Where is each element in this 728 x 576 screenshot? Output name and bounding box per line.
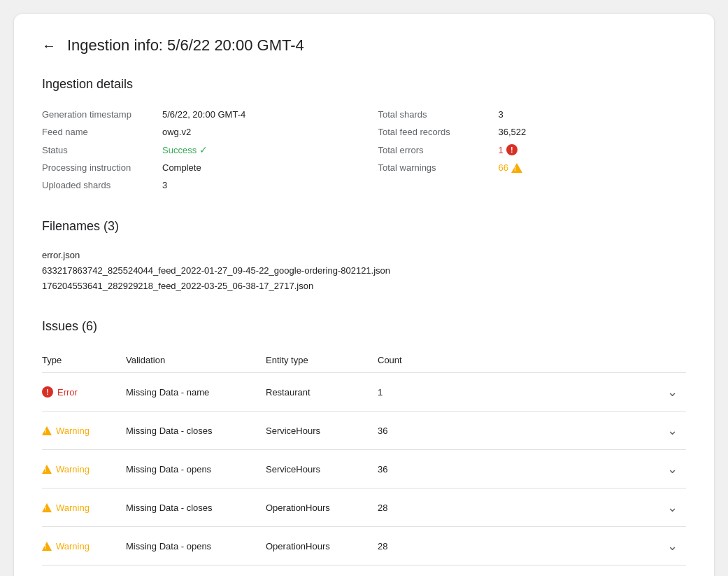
detail-row-total-errors: Total errors 1 ! <box>378 141 687 159</box>
value-processing-instruction: Complete <box>162 162 201 173</box>
col-header-validation: Validation <box>126 348 266 373</box>
value-total-feed-records: 36,522 <box>499 127 527 137</box>
type-warning-label: Warning <box>42 503 117 513</box>
cell-entity-type: OperationHours <box>266 527 378 566</box>
cell-count: 28 <box>378 527 434 566</box>
cell-count: 36 <box>378 412 434 450</box>
back-button[interactable]: ← <box>42 38 56 54</box>
cell-count: 13 <box>378 566 434 576</box>
cell-count: 28 <box>378 489 434 527</box>
label-processing-instruction: Processing instruction <box>42 162 154 173</box>
cell-count: 36 <box>378 450 434 489</box>
table-header-row: Type Validation Entity type Count <box>42 348 686 373</box>
table-row: Warning Missing Data - closesServiceHour… <box>42 412 686 450</box>
label-generation-timestamp: Generation timestamp <box>42 109 154 120</box>
warning-icon <box>42 542 52 551</box>
details-left: Generation timestamp 5/6/22, 20:00 GMT-4… <box>42 106 350 194</box>
detail-row-processing-instruction: Processing instruction Complete <box>42 159 350 176</box>
value-uploaded-shards: 3 <box>162 180 167 190</box>
filename-item: 633217863742_825524044_feed_2022-01-27_0… <box>42 263 686 279</box>
details-right: Total shards 3 Total feed records 36,522… <box>378 106 687 194</box>
issues-title: Issues (6) <box>42 319 686 334</box>
value-feed-name: owg.v2 <box>162 127 191 137</box>
label-feed-name: Feed name <box>42 127 154 137</box>
issues-table: Type Validation Entity type Count ! Erro… <box>42 348 686 576</box>
issues-section: Issues (6) Type Validation Entity type C… <box>42 319 686 576</box>
detail-row-total-feed-records: Total feed records 36,522 <box>378 123 687 141</box>
cell-validation: Missing Data - opens <box>126 527 266 566</box>
table-row: Warning Missing Data - closesOperationHo… <box>42 489 686 527</box>
type-warning-label: Warning <box>42 464 117 475</box>
cell-validation: Missing Data - closes <box>126 412 266 450</box>
value-generation-timestamp: 5/6/22, 20:00 GMT-4 <box>162 109 245 120</box>
check-icon: ✓ <box>199 144 208 155</box>
warning-icon <box>42 465 52 474</box>
cell-validation: Missing Data - name <box>126 373 266 412</box>
table-row: Warning Missing Data - opensOperationHou… <box>42 527 686 566</box>
table-row: Warning Missing Data - opensServiceHours… <box>42 450 686 489</box>
cell-entity-type: OperationHours <box>266 489 378 527</box>
col-header-count: Count <box>378 348 434 373</box>
type-error-label: ! Error <box>42 386 117 398</box>
value-total-errors: 1 ! <box>499 144 518 155</box>
cell-entity-type: ServiceHours <box>266 412 378 450</box>
ingestion-details-title: Ingestion details <box>42 77 686 92</box>
filenames-list: error.json 633217863742_825524044_feed_2… <box>42 248 686 294</box>
filename-item: error.json <box>42 248 686 263</box>
col-header-action <box>434 348 686 373</box>
value-total-shards: 3 <box>499 109 504 120</box>
col-header-type: Type <box>42 348 126 373</box>
filenames-title: Filenames (3) <box>42 219 686 234</box>
detail-row-status: Status Success ✓ <box>42 141 350 159</box>
warning-icon <box>42 503 52 512</box>
expand-button[interactable]: ⌄ <box>434 538 678 554</box>
cell-validation: Missing Data - closes <box>126 489 266 527</box>
cell-entity-type: Menu <box>266 566 378 576</box>
cell-entity-type: ServiceHours <box>266 450 378 489</box>
page-title: Ingestion info: 5/6/22 20:00 GMT-4 <box>67 36 304 55</box>
warning-icon <box>42 426 52 435</box>
page-header: ← Ingestion info: 5/6/22 20:00 GMT-4 <box>42 36 686 55</box>
detail-row-feed-name: Feed name owg.v2 <box>42 123 350 141</box>
expand-button[interactable]: ⌄ <box>434 384 678 400</box>
detail-row-total-warnings: Total warnings 66 <box>378 159 687 176</box>
label-total-feed-records: Total feed records <box>378 127 490 137</box>
detail-row-total-shards: Total shards 3 <box>378 106 687 123</box>
filename-item: 176204553641_282929218_feed_2022-03-25_0… <box>42 279 686 294</box>
main-card: ← Ingestion info: 5/6/22 20:00 GMT-4 Ing… <box>14 14 714 576</box>
detail-row-generation-timestamp: Generation timestamp 5/6/22, 20:00 GMT-4 <box>42 106 350 123</box>
details-grid: Generation timestamp 5/6/22, 20:00 GMT-4… <box>42 106 686 194</box>
detail-row-uploaded-shards: Uploaded shards 3 <box>42 176 350 194</box>
value-total-warnings: 66 <box>499 162 522 173</box>
type-warning-label: Warning <box>42 426 117 436</box>
label-total-warnings: Total warnings <box>378 162 490 173</box>
col-header-entity-type: Entity type <box>266 348 378 373</box>
label-status: Status <box>42 145 154 155</box>
cell-validation: Missing Data - opens <box>126 450 266 489</box>
label-uploaded-shards: Uploaded shards <box>42 180 154 190</box>
filenames-section: Filenames (3) error.json 633217863742_82… <box>42 219 686 294</box>
label-total-shards: Total shards <box>378 109 490 120</box>
table-row: Warning Incorrect Data - MenuItem or Men… <box>42 566 686 576</box>
value-status: Success ✓ <box>162 144 208 155</box>
ingestion-details-section: Ingestion details Generation timestamp 5… <box>42 77 686 194</box>
expand-button[interactable]: ⌄ <box>434 500 678 515</box>
cell-count: 1 <box>378 373 434 412</box>
error-circle-icon: ! <box>506 144 518 155</box>
cell-entity-type: Restaurant <box>266 373 378 412</box>
cell-validation: Incorrect Data - MenuItem or MenuAddonIt… <box>126 566 266 576</box>
expand-button[interactable]: ⌄ <box>434 423 678 438</box>
table-row: ! Error Missing Data - nameRestaurant1⌄ <box>42 373 686 412</box>
type-warning-label: Warning <box>42 541 117 552</box>
warning-triangle-icon <box>511 163 522 173</box>
label-total-errors: Total errors <box>378 145 490 155</box>
expand-button[interactable]: ⌄ <box>434 461 678 477</box>
error-icon: ! <box>42 386 53 398</box>
